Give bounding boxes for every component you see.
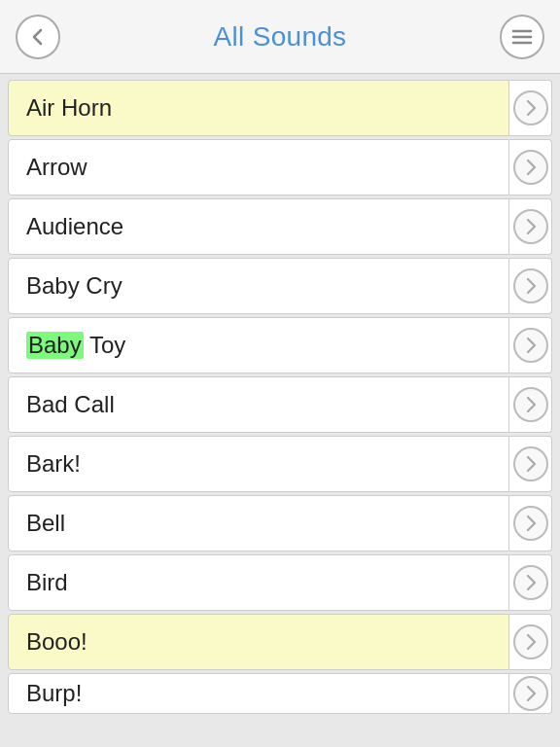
arrow-icon [513,446,548,481]
arrow-icon [513,150,548,185]
page-title: All Sounds [214,21,347,53]
item-arrow-burp[interactable] [509,673,552,714]
app-container: All Sounds Air Horn Arrow [0,0,560,747]
item-arrow-bark[interactable] [509,436,552,492]
arrow-icon [513,565,548,600]
arrow-icon [513,676,548,711]
list-item: Bark! [8,436,552,492]
item-arrow-air-horn[interactable] [509,80,552,136]
item-arrow-baby-toy[interactable] [509,317,552,374]
header: All Sounds [0,0,560,74]
arrow-icon [513,268,548,303]
arrow-icon [513,624,548,659]
item-label-audience[interactable]: Audience [8,198,509,255]
list-item: Baby Cry [8,258,552,314]
item-arrow-bad-call[interactable] [509,376,552,433]
green-highlight: Baby [26,332,84,359]
item-arrow-bird[interactable] [509,554,552,611]
sounds-list: Air Horn Arrow Audience [0,74,560,747]
arrow-icon [513,209,548,244]
back-button[interactable] [16,15,60,59]
item-arrow-arrow[interactable] [509,139,552,196]
item-label-booo[interactable]: Booo! [8,614,509,670]
list-item: Bird [8,554,552,611]
list-item: Arrow [8,139,552,196]
item-label-baby-cry[interactable]: Baby Cry [8,258,509,314]
list-item: Audience [8,198,552,255]
list-item: Air Horn [8,80,552,136]
arrow-icon [513,328,548,363]
item-label-bad-call[interactable]: Bad Call [8,376,509,433]
item-label-bell[interactable]: Bell [8,495,509,551]
list-item: Burp! [8,673,552,714]
list-item: Bell [8,495,552,551]
item-label-baby-toy[interactable]: Baby Toy [8,317,509,374]
item-arrow-audience[interactable] [509,198,552,255]
arrow-icon [513,90,548,125]
item-label-bark[interactable]: Bark! [8,436,509,492]
list-item: Bad Call [8,376,552,433]
arrow-icon [513,506,548,541]
item-arrow-bell[interactable] [509,495,552,551]
item-label-bird[interactable]: Bird [8,554,509,611]
item-label-burp[interactable]: Burp! [8,673,509,714]
item-arrow-booo[interactable] [509,614,552,670]
menu-button[interactable] [500,15,544,59]
item-label-air-horn[interactable]: Air Horn [8,80,509,136]
arrow-icon [513,387,548,422]
list-item: Booo! [8,614,552,670]
list-item: Baby Toy [8,317,552,374]
item-arrow-baby-cry[interactable] [509,258,552,314]
item-label-arrow[interactable]: Arrow [8,139,509,196]
